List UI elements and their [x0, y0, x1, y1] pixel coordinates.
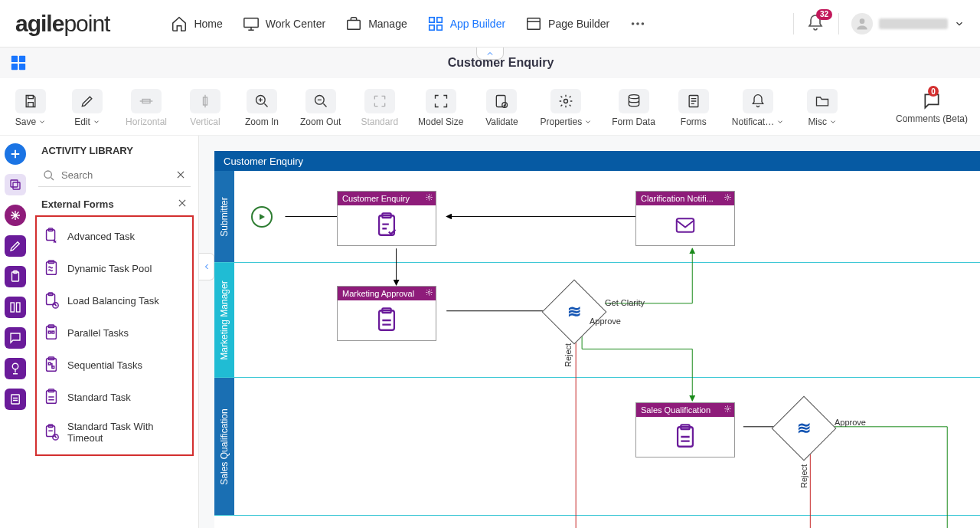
- bell-icon: [750, 93, 766, 109]
- chevron-left-icon: [202, 262, 211, 271]
- svg-point-9: [642, 22, 645, 25]
- forms-button[interactable]: Forms: [671, 84, 717, 129]
- rail-columns-button[interactable]: [5, 297, 26, 318]
- library-item-dynamic-task-pool[interactable]: Dynamic Task Pool: [37, 252, 192, 284]
- zoom-standard-button[interactable]: Standard: [356, 84, 403, 129]
- user-menu[interactable]: [851, 13, 965, 34]
- svg-rect-11: [11, 56, 18, 62]
- gear-icon: [558, 93, 573, 109]
- process-canvas[interactable]: Customer Enquiry Submitter Marketing Man…: [214, 151, 980, 528]
- align-horizontal-icon: [139, 93, 154, 109]
- chevron-up-icon: [485, 49, 495, 58]
- gateway-marketing-decision[interactable]: ≋: [551, 289, 597, 335]
- chevron-down-icon: [38, 118, 46, 126]
- mail-icon: [670, 214, 701, 237]
- apps-icon: [427, 15, 444, 32]
- nav-manage[interactable]: Manage: [345, 15, 407, 32]
- svg-point-21: [564, 100, 568, 103]
- library-search-input[interactable]: [38, 164, 191, 187]
- close-category-button[interactable]: [177, 198, 188, 211]
- gateway-sales-decision[interactable]: ≋: [781, 405, 827, 451]
- lane-submitter[interactable]: Submitter: [214, 171, 980, 263]
- task-pool-icon: [43, 260, 60, 277]
- svg-point-56: [727, 196, 729, 198]
- library-item-load-balancing[interactable]: Load Balancing Task: [37, 284, 192, 316]
- collapse-library-button[interactable]: [199, 253, 214, 280]
- svg-rect-24: [13, 182, 20, 189]
- rail-copy-button[interactable]: [5, 174, 26, 195]
- notifications-button[interactable]: 32: [806, 14, 826, 34]
- start-event[interactable]: [251, 206, 273, 228]
- align-vertical-icon: [198, 93, 213, 109]
- nav-app-builder[interactable]: App Builder: [427, 15, 505, 32]
- clipboard-lines-icon: [374, 307, 400, 333]
- nav-page-builder[interactable]: Page Builder: [525, 15, 609, 32]
- svg-point-7: [632, 22, 635, 25]
- task-parallel-icon: [43, 324, 60, 341]
- rail-clipboard-button[interactable]: [5, 266, 26, 287]
- validate-button[interactable]: Validate: [479, 84, 524, 129]
- svg-rect-14: [19, 64, 25, 70]
- edge-label-reject: Reject: [564, 343, 573, 367]
- collapse-nav-tab[interactable]: [476, 48, 504, 60]
- home-icon: [171, 15, 188, 32]
- edge-label-approve2: Approve: [835, 418, 866, 427]
- model-size-button[interactable]: Model Size: [413, 84, 468, 129]
- node-clarification-notification[interactable]: Clarification Notifi...: [635, 191, 735, 246]
- library-item-sequential-tasks[interactable]: Sequential Tasks: [37, 349, 192, 381]
- clipboard-icon: [8, 270, 22, 284]
- rail-present-button[interactable]: [5, 358, 26, 379]
- play-icon: [257, 212, 266, 221]
- nav-home[interactable]: Home: [171, 15, 222, 32]
- nav-more[interactable]: [629, 15, 646, 32]
- task-icon: [43, 389, 60, 405]
- chevron-down-icon: [954, 18, 965, 29]
- zoom-out-button[interactable]: Zoom Out: [296, 84, 345, 129]
- svg-rect-3: [437, 17, 442, 21]
- rail-edit-button[interactable]: [5, 235, 26, 257]
- folder-icon: [815, 93, 830, 109]
- rail-chat-button[interactable]: [5, 327, 26, 349]
- edge-label-approve: Approve: [590, 316, 621, 326]
- separator: [793, 13, 794, 34]
- add-activity-button[interactable]: [5, 143, 26, 165]
- form-data-button[interactable]: Form Data: [607, 84, 660, 129]
- notifications-toolbar-button[interactable]: Notificat…: [727, 84, 789, 129]
- layout-horizontal-button[interactable]: Horizontal: [121, 84, 172, 129]
- library-item-advanced-task[interactable]: Advanced Task: [37, 220, 192, 252]
- lane-sales[interactable]: Sales Qualification: [214, 378, 980, 516]
- rail-virus-button[interactable]: [5, 205, 26, 226]
- library-item-standard-task[interactable]: Standard Task: [37, 381, 192, 413]
- save-button[interactable]: Save: [8, 84, 54, 129]
- edit-button[interactable]: Edit: [64, 84, 110, 129]
- misc-button[interactable]: Misc: [799, 84, 845, 129]
- gear-icon[interactable]: [724, 193, 732, 203]
- svg-rect-12: [19, 56, 25, 62]
- svg-rect-43: [52, 331, 54, 333]
- library-items-highlighted: Advanced Task Dynamic Task Pool Load Bal…: [35, 215, 194, 456]
- more-icon: [629, 15, 646, 32]
- properties-button[interactable]: Properties: [535, 84, 596, 129]
- gear-icon[interactable]: [425, 193, 433, 203]
- avatar-icon: [851, 13, 873, 34]
- node-customer-enquiry[interactable]: Customer Enquiry: [337, 191, 436, 246]
- node-marketing-approval[interactable]: Marketing Approval: [337, 286, 436, 341]
- svg-rect-0: [244, 18, 258, 27]
- comments-button[interactable]: 0 Comments (Beta): [891, 84, 972, 126]
- rail-doc-button[interactable]: [5, 389, 26, 410]
- clear-search-button[interactable]: [175, 169, 186, 182]
- library-item-standard-task-timeout[interactable]: Standard Task With Timeout: [37, 413, 192, 451]
- svg-rect-57: [677, 218, 694, 232]
- svg-rect-25: [11, 180, 18, 187]
- library-item-parallel-tasks[interactable]: Parallel Tasks: [37, 316, 192, 349]
- zoom-in-button[interactable]: Zoom In: [239, 84, 285, 129]
- layout-vertical-button[interactable]: Vertical: [182, 84, 228, 129]
- node-sales-qualification[interactable]: Sales Qualification: [635, 402, 735, 457]
- gear-icon[interactable]: [724, 405, 732, 415]
- apps-grid-button[interactable]: [8, 52, 29, 74]
- database-icon: [626, 93, 642, 109]
- gear-icon[interactable]: [425, 288, 433, 298]
- chevron-down-icon: [93, 118, 100, 126]
- asterisk-icon: [8, 208, 22, 222]
- nav-work-center[interactable]: Work Center: [243, 15, 325, 32]
